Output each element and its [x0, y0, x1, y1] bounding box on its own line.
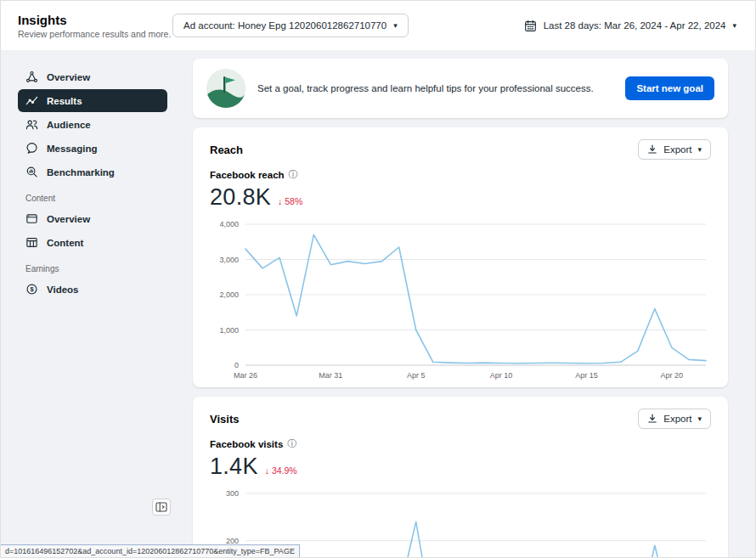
reach-card: Reach Export ▾ Facebook reach ⓘ 20.8K — [193, 127, 728, 387]
top-bar: Insights Review performance results and … — [1, 1, 755, 50]
goal-banner: Set a goal, track progress and learn hel… — [193, 59, 728, 118]
reach-card-header: Reach Export ▾ — [210, 139, 711, 160]
status-url-text: d=101616496152702&ad_account_id=12020601… — [1, 544, 300, 557]
sidebar-item-label: Overview — [47, 214, 90, 224]
svg-text:Apr 5: Apr 5 — [407, 371, 426, 380]
collapse-sidebar-button[interactable] — [152, 499, 171, 516]
ad-account-label: Ad account: Honey Epg 120206012862710770 — [183, 20, 386, 31]
sidebar-item-label: Audience — [47, 120, 91, 130]
visits-metric-value: 1.4K — [210, 454, 258, 480]
sidebar: Overview Results Audience — [1, 50, 176, 558]
info-icon[interactable]: ⓘ — [287, 437, 296, 450]
svg-text:Mar 26: Mar 26 — [234, 371, 257, 380]
sidebar-item-audience[interactable]: Audience — [18, 113, 167, 136]
reach-card-title: Reach — [210, 144, 243, 156]
svg-text:0: 0 — [234, 361, 239, 369]
sidebar-item-label: Overview — [47, 72, 90, 82]
sidebar-item-content-overview[interactable]: Overview — [18, 207, 167, 230]
reach-metric-delta: ↓ 58% — [278, 196, 302, 206]
sidebar-item-overview[interactable]: Overview — [18, 65, 167, 88]
start-new-goal-button[interactable]: Start new goal — [625, 76, 714, 100]
insights-page: Insights Review performance results and … — [0, 0, 756, 558]
collapse-panel-icon — [155, 502, 167, 512]
visits-card-header: Visits Export ▾ — [210, 409, 711, 429]
chevron-down-icon: ▾ — [697, 145, 702, 154]
benchmarking-icon — [25, 166, 38, 178]
sidebar-item-benchmarking[interactable]: Benchmarking — [18, 161, 167, 183]
chevron-down-icon: ▾ — [732, 21, 736, 30]
svg-text:Mar 31: Mar 31 — [319, 371, 342, 380]
calendar-icon — [524, 20, 537, 32]
goal-banner-text: Set a goal, track progress and learn hel… — [257, 83, 613, 93]
export-label: Export — [663, 144, 691, 155]
chevron-down-icon: ▾ — [393, 21, 398, 30]
sidebar-item-videos[interactable]: $ Videos — [18, 278, 167, 301]
messaging-icon — [25, 142, 38, 155]
audience-icon — [25, 118, 38, 131]
sidebar-item-label: Videos — [47, 285, 79, 295]
visits-card: Visits Export ▾ Facebook visits ⓘ 1.4K — [193, 397, 728, 558]
sidebar-item-label: Results — [47, 96, 82, 106]
export-label: Export — [663, 414, 691, 424]
sidebar-item-label: Messaging — [47, 144, 97, 154]
sidebar-item-label: Content — [47, 238, 83, 248]
page-subtitle: Review performance results and more. — [18, 29, 172, 39]
visits-metric-delta: ↓ 34.9% — [265, 465, 297, 476]
sidebar-item-results[interactable]: Results — [18, 89, 167, 112]
download-icon — [647, 144, 657, 155]
visits-metric-label: Facebook visits ⓘ — [210, 437, 711, 450]
date-range-selector[interactable]: Last 28 days: Mar 26, 2024 - Apr 22, 202… — [524, 20, 736, 32]
results-icon — [25, 94, 38, 107]
ad-account-selector[interactable]: Ad account: Honey Epg 120206012862710770… — [172, 14, 409, 37]
reach-export-button[interactable]: Export ▾ — [638, 139, 711, 160]
page-title-block: Insights Review performance results and … — [18, 13, 172, 39]
svg-text:300: 300 — [226, 489, 239, 498]
svg-text:3,000: 3,000 — [219, 256, 239, 264]
svg-text:1,000: 1,000 — [219, 326, 239, 335]
reach-metric-value: 20.8K — [210, 184, 271, 211]
visits-metric-label-text: Facebook visits — [210, 439, 283, 449]
overview-icon — [25, 70, 38, 83]
sidebar-item-messaging[interactable]: Messaging — [18, 137, 167, 160]
visits-card-title: Visits — [210, 413, 239, 426]
download-icon — [647, 414, 657, 424]
svg-text:Apr 15: Apr 15 — [575, 371, 598, 380]
date-range-label: Last 28 days: Mar 26, 2024 - Apr 22, 202… — [544, 20, 726, 31]
svg-text:Apr 20: Apr 20 — [661, 371, 684, 380]
window-icon — [25, 212, 38, 225]
reach-metric-label-text: Facebook reach — [210, 170, 285, 180]
reach-chart: 01,0002,0003,0004,000Mar 26Mar 31Apr 5Ap… — [210, 219, 711, 382]
info-icon[interactable]: ⓘ — [289, 168, 298, 181]
reach-metric-value-row: 20.8K ↓ 58% — [210, 184, 711, 211]
sidebar-item-label: Benchmarking — [47, 167, 115, 178]
sidebar-item-content[interactable]: Content — [18, 231, 167, 254]
visits-metric-value-row: 1.4K ↓ 34.9% — [210, 454, 711, 480]
svg-text:4,000: 4,000 — [219, 220, 239, 228]
dollar-circle-icon: $ — [25, 283, 38, 296]
chevron-down-icon: ▾ — [697, 414, 702, 423]
page-body: Overview Results Audience — [1, 50, 755, 558]
visits-export-button[interactable]: Export ▾ — [638, 409, 711, 429]
flag-illustration-icon — [206, 69, 245, 108]
table-icon — [25, 236, 38, 249]
svg-text:Apr 10: Apr 10 — [490, 371, 513, 380]
reach-metric-label: Facebook reach ⓘ — [210, 168, 711, 181]
main-content: Set a goal, track progress and learn hel… — [176, 50, 755, 558]
svg-text:2,000: 2,000 — [219, 290, 239, 299]
page-title: Insights — [18, 13, 172, 27]
svg-text:$: $ — [30, 285, 34, 293]
goal-illustration — [206, 69, 245, 108]
sidebar-section-content: Content — [25, 194, 167, 203]
sidebar-section-earnings: Earnings — [25, 264, 167, 273]
